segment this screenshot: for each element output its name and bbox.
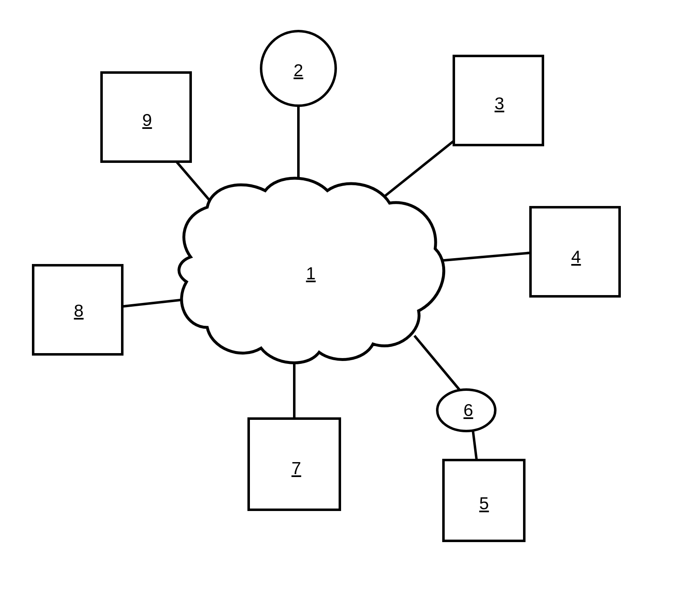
label-1: 1 bbox=[306, 264, 315, 283]
label-4: 4 bbox=[571, 247, 581, 267]
label-3: 3 bbox=[494, 94, 504, 114]
label-8: 8 bbox=[74, 301, 83, 321]
diagram-svg bbox=[0, 0, 700, 591]
label-6: 6 bbox=[463, 400, 473, 420]
line-6-5 bbox=[472, 427, 477, 460]
line-1-6 bbox=[414, 336, 466, 398]
line-1-3 bbox=[381, 133, 464, 199]
network-diagram: 1 2 3 4 5 6 7 8 9 bbox=[0, 0, 700, 591]
label-5: 5 bbox=[479, 494, 489, 513]
line-1-4 bbox=[435, 253, 530, 261]
label-2: 2 bbox=[293, 61, 303, 80]
label-9: 9 bbox=[142, 110, 152, 130]
label-7: 7 bbox=[291, 458, 301, 478]
